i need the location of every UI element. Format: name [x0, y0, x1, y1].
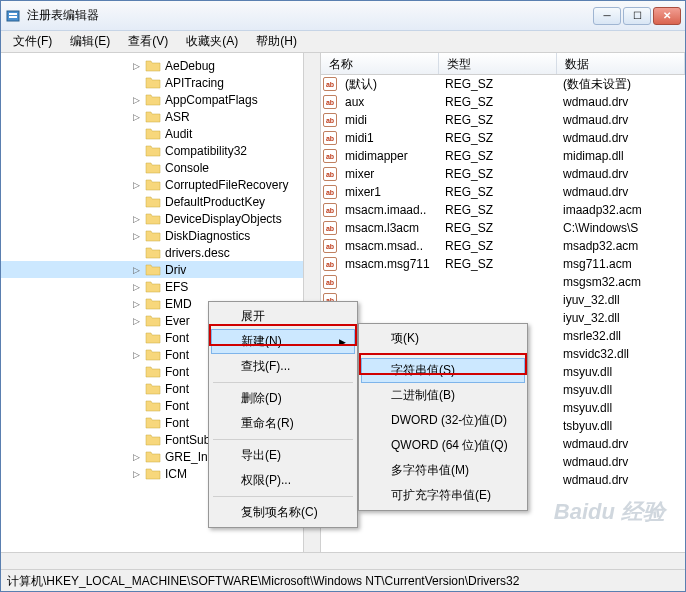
- expander-icon[interactable]: [131, 77, 142, 88]
- close-button[interactable]: ✕: [653, 7, 681, 25]
- tree-item[interactable]: ▷DeviceDisplayObjects: [1, 210, 320, 227]
- list-row[interactable]: abmixerREG_SZwdmaud.drv: [321, 165, 685, 183]
- expander-icon[interactable]: [131, 162, 142, 173]
- expander-icon[interactable]: [131, 247, 142, 258]
- menu-item[interactable]: 新建(N)▶: [211, 329, 355, 354]
- menu-favorites[interactable]: 收藏夹(A): [178, 31, 246, 52]
- expander-icon[interactable]: [131, 145, 142, 156]
- menu-item[interactable]: 项(K): [361, 326, 525, 351]
- list-row[interactable]: abmsacm.msad..REG_SZmsadp32.acm: [321, 237, 685, 255]
- menu-separator: [213, 382, 353, 383]
- col-type[interactable]: 类型: [439, 53, 557, 74]
- context-menu-new: 项(K)字符串值(S)二进制值(B)DWORD (32-位)值(D)QWORD …: [358, 323, 528, 511]
- list-row[interactable]: abiyuv_32.dll: [321, 291, 685, 309]
- cell-data: (数值未设置): [557, 75, 685, 94]
- expander-icon[interactable]: ▷: [131, 230, 142, 241]
- tree-item[interactable]: Compatibility32: [1, 142, 320, 159]
- expander-icon[interactable]: ▷: [131, 451, 142, 462]
- menu-item[interactable]: 展开: [211, 304, 355, 329]
- menu-help[interactable]: 帮助(H): [248, 31, 305, 52]
- expander-icon[interactable]: [131, 417, 142, 428]
- tree-item[interactable]: ▷AeDebug: [1, 57, 320, 74]
- list-scrollbar-h[interactable]: [321, 552, 685, 569]
- folder-icon: [145, 212, 161, 226]
- cell-data: midimap.dll: [557, 148, 685, 164]
- tree-item-label: DiskDiagnostics: [165, 229, 250, 243]
- expander-icon[interactable]: ▷: [131, 468, 142, 479]
- cell-name: msacm.l3acm: [339, 220, 439, 236]
- list-row[interactable]: abauxREG_SZwdmaud.drv: [321, 93, 685, 111]
- expander-icon[interactable]: ▷: [131, 315, 142, 326]
- reg-value-icon: ab: [321, 131, 339, 145]
- expander-icon[interactable]: ▷: [131, 111, 142, 122]
- tree-item-label: APITracing: [165, 76, 224, 90]
- expander-icon[interactable]: ▷: [131, 264, 142, 275]
- cell-type: REG_SZ: [439, 112, 557, 128]
- menu-item[interactable]: 导出(E): [211, 443, 355, 468]
- expander-icon[interactable]: ▷: [131, 213, 142, 224]
- list-row[interactable]: abmidiREG_SZwdmaud.drv: [321, 111, 685, 129]
- tree-item[interactable]: ▷Driv: [1, 261, 320, 278]
- tree-item[interactable]: ▷DiskDiagnostics: [1, 227, 320, 244]
- tree-item[interactable]: ▷EFS: [1, 278, 320, 295]
- menu-file[interactable]: 文件(F): [5, 31, 60, 52]
- tree-item[interactable]: ▷AppCompatFlags: [1, 91, 320, 108]
- tree-item[interactable]: Audit: [1, 125, 320, 142]
- menu-edit[interactable]: 编辑(E): [62, 31, 118, 52]
- tree-item[interactable]: ▷ASR: [1, 108, 320, 125]
- expander-icon[interactable]: [131, 400, 142, 411]
- list-row[interactable]: abmsacm.l3acmREG_SZC:\Windows\S: [321, 219, 685, 237]
- expander-icon[interactable]: ▷: [131, 179, 142, 190]
- col-name[interactable]: 名称: [321, 53, 439, 74]
- tree-item-label: Ever: [165, 314, 190, 328]
- registry-editor-window: 注册表编辑器 ─ ☐ ✕ 文件(F) 编辑(E) 查看(V) 收藏夹(A) 帮助…: [0, 0, 686, 592]
- list-row[interactable]: abmixer1REG_SZwdmaud.drv: [321, 183, 685, 201]
- expander-icon[interactable]: ▷: [131, 349, 142, 360]
- tree-item-label: CorruptedFileRecovery: [165, 178, 288, 192]
- reg-value-icon: ab: [321, 149, 339, 163]
- list-row[interactable]: abmsacm.imaad..REG_SZimaadp32.acm: [321, 201, 685, 219]
- menu-view[interactable]: 查看(V): [120, 31, 176, 52]
- list-row[interactable]: abmidi1REG_SZwdmaud.drv: [321, 129, 685, 147]
- menu-item[interactable]: 查找(F)...: [211, 354, 355, 379]
- list-header: 名称 类型 数据: [321, 53, 685, 75]
- expander-icon[interactable]: [131, 366, 142, 377]
- tree-item[interactable]: Console: [1, 159, 320, 176]
- expander-icon[interactable]: ▷: [131, 298, 142, 309]
- menu-item[interactable]: QWORD (64 位)值(Q): [361, 433, 525, 458]
- menu-item[interactable]: 重命名(R): [211, 411, 355, 436]
- cell-type: REG_SZ: [439, 130, 557, 146]
- tree-item-label: EFS: [165, 280, 188, 294]
- maximize-button[interactable]: ☐: [623, 7, 651, 25]
- tree-item[interactable]: DefaultProductKey: [1, 193, 320, 210]
- expander-icon[interactable]: [131, 434, 142, 445]
- col-data[interactable]: 数据: [557, 53, 685, 74]
- titlebar[interactable]: 注册表编辑器 ─ ☐ ✕: [1, 1, 685, 31]
- menu-item[interactable]: 二进制值(B): [361, 383, 525, 408]
- list-row[interactable]: ab(默认)REG_SZ(数值未设置): [321, 75, 685, 93]
- list-row[interactable]: abmsgsm32.acm: [321, 273, 685, 291]
- menu-item[interactable]: 权限(P)...: [211, 468, 355, 493]
- menu-item[interactable]: 复制项名称(C): [211, 500, 355, 525]
- expander-icon[interactable]: [131, 128, 142, 139]
- list-row[interactable]: abmsacm.msg711REG_SZmsg711.acm: [321, 255, 685, 273]
- expander-icon[interactable]: ▷: [131, 94, 142, 105]
- expander-icon[interactable]: ▷: [131, 281, 142, 292]
- menu-item[interactable]: 可扩充字符串值(E): [361, 483, 525, 508]
- menu-item[interactable]: 字符串值(S): [361, 358, 525, 383]
- menu-item[interactable]: 删除(D): [211, 386, 355, 411]
- expander-icon[interactable]: [131, 196, 142, 207]
- folder-icon: [145, 76, 161, 90]
- tree-item[interactable]: drivers.desc: [1, 244, 320, 261]
- statusbar: 计算机\HKEY_LOCAL_MACHINE\SOFTWARE\Microsof…: [1, 569, 685, 591]
- tree-item[interactable]: ▷CorruptedFileRecovery: [1, 176, 320, 193]
- reg-value-icon: ab: [321, 113, 339, 127]
- list-row[interactable]: abmidimapperREG_SZmidimap.dll: [321, 147, 685, 165]
- tree-item[interactable]: APITracing: [1, 74, 320, 91]
- menu-item[interactable]: 多字符串值(M): [361, 458, 525, 483]
- expander-icon[interactable]: ▷: [131, 60, 142, 71]
- expander-icon[interactable]: [131, 332, 142, 343]
- minimize-button[interactable]: ─: [593, 7, 621, 25]
- expander-icon[interactable]: [131, 383, 142, 394]
- menu-item[interactable]: DWORD (32-位)值(D): [361, 408, 525, 433]
